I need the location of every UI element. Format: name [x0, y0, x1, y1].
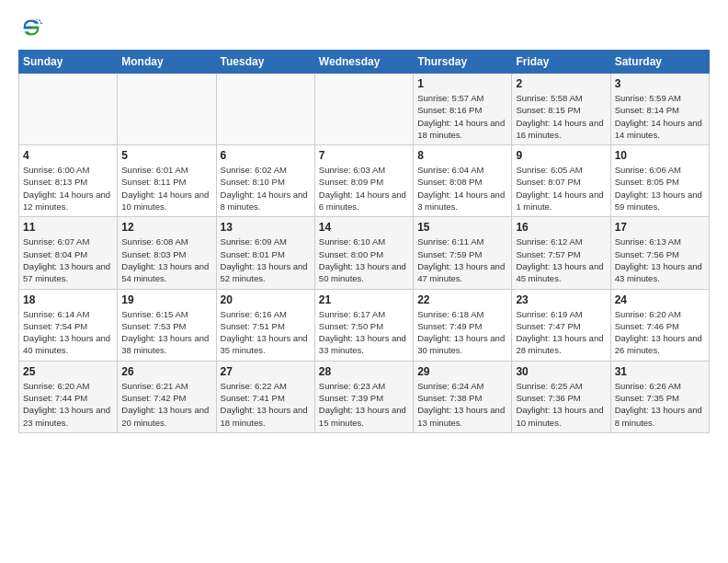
- day-cell: 6Sunrise: 6:02 AM Sunset: 8:10 PM Daylig…: [216, 145, 314, 217]
- day-cell: [314, 74, 413, 145]
- day-number: 6: [221, 149, 311, 162]
- day-number: 3: [615, 77, 705, 90]
- day-cell: 22Sunrise: 6:18 AM Sunset: 7:49 PM Dayli…: [414, 289, 512, 361]
- col-header-saturday: Saturday: [610, 51, 709, 74]
- day-number: 5: [121, 149, 211, 162]
- col-header-wednesday: Wednesday: [314, 51, 413, 74]
- day-info: Sunrise: 6:18 AM Sunset: 7:49 PM Dayligh…: [417, 308, 507, 357]
- day-info: Sunrise: 6:08 AM Sunset: 8:03 PM Dayligh…: [121, 236, 211, 284]
- day-info: Sunrise: 6:07 AM Sunset: 8:04 PM Dayligh…: [23, 236, 113, 284]
- day-number: 16: [516, 221, 606, 234]
- day-cell: 5Sunrise: 6:01 AM Sunset: 8:11 PM Daylig…: [118, 145, 216, 217]
- week-row-2: 4Sunrise: 6:00 AM Sunset: 8:13 PM Daylig…: [19, 145, 710, 217]
- day-info: Sunrise: 6:09 AM Sunset: 8:01 PM Dayligh…: [221, 236, 311, 284]
- day-cell: 10Sunrise: 6:06 AM Sunset: 8:05 PM Dayli…: [610, 145, 709, 217]
- day-cell: 19Sunrise: 6:15 AM Sunset: 7:53 PM Dayli…: [118, 289, 216, 361]
- day-cell: 13Sunrise: 6:09 AM Sunset: 8:01 PM Dayli…: [216, 217, 314, 289]
- logo-icon: [18, 15, 44, 40]
- col-header-tuesday: Tuesday: [216, 51, 314, 74]
- day-info: Sunrise: 6:14 AM Sunset: 7:54 PM Dayligh…: [23, 308, 113, 357]
- day-number: 10: [615, 149, 705, 162]
- day-cell: 7Sunrise: 6:03 AM Sunset: 8:09 PM Daylig…: [314, 145, 413, 217]
- col-header-thursday: Thursday: [414, 51, 512, 74]
- day-cell: 18Sunrise: 6:14 AM Sunset: 7:54 PM Dayli…: [19, 289, 118, 361]
- day-number: 27: [221, 365, 311, 378]
- day-number: 14: [319, 221, 409, 234]
- day-cell: 17Sunrise: 6:13 AM Sunset: 7:56 PM Dayli…: [610, 217, 709, 289]
- day-info: Sunrise: 6:21 AM Sunset: 7:42 PM Dayligh…: [121, 380, 211, 429]
- day-cell: 26Sunrise: 6:21 AM Sunset: 7:42 PM Dayli…: [118, 361, 216, 432]
- calendar-table: SundayMondayTuesdayWednesdayThursdayFrid…: [18, 50, 710, 433]
- day-info: Sunrise: 6:11 AM Sunset: 7:59 PM Dayligh…: [417, 236, 507, 284]
- day-info: Sunrise: 6:02 AM Sunset: 8:10 PM Dayligh…: [221, 164, 311, 213]
- day-number: 12: [121, 221, 211, 234]
- header-row: SundayMondayTuesdayWednesdayThursdayFrid…: [19, 51, 710, 74]
- day-info: Sunrise: 6:00 AM Sunset: 8:13 PM Dayligh…: [23, 164, 113, 213]
- day-cell: 23Sunrise: 6:19 AM Sunset: 7:47 PM Dayli…: [512, 289, 610, 361]
- day-info: Sunrise: 6:20 AM Sunset: 7:46 PM Dayligh…: [615, 308, 705, 357]
- day-cell: 21Sunrise: 6:17 AM Sunset: 7:50 PM Dayli…: [314, 289, 413, 361]
- week-row-1: 1Sunrise: 5:57 AM Sunset: 8:16 PM Daylig…: [19, 74, 710, 145]
- day-cell: 31Sunrise: 6:26 AM Sunset: 7:35 PM Dayli…: [610, 361, 709, 432]
- day-number: 28: [319, 365, 409, 378]
- day-number: 26: [121, 365, 211, 378]
- day-info: Sunrise: 6:06 AM Sunset: 8:05 PM Dayligh…: [615, 164, 705, 213]
- day-cell: 1Sunrise: 5:57 AM Sunset: 8:16 PM Daylig…: [414, 74, 512, 145]
- day-info: Sunrise: 5:57 AM Sunset: 8:16 PM Dayligh…: [417, 92, 507, 141]
- day-info: Sunrise: 6:01 AM Sunset: 8:11 PM Dayligh…: [121, 164, 211, 213]
- logo: [18, 15, 48, 40]
- day-cell: [118, 74, 216, 145]
- day-cell: 20Sunrise: 6:16 AM Sunset: 7:51 PM Dayli…: [216, 289, 314, 361]
- day-cell: 2Sunrise: 5:58 AM Sunset: 8:15 PM Daylig…: [512, 74, 610, 145]
- day-cell: 28Sunrise: 6:23 AM Sunset: 7:39 PM Dayli…: [314, 361, 413, 432]
- day-number: 17: [615, 221, 705, 234]
- day-number: 2: [516, 77, 606, 90]
- col-header-monday: Monday: [118, 51, 216, 74]
- day-number: 31: [615, 365, 705, 378]
- day-cell: 29Sunrise: 6:24 AM Sunset: 7:38 PM Dayli…: [414, 361, 512, 432]
- day-number: 11: [23, 221, 113, 234]
- day-cell: 27Sunrise: 6:22 AM Sunset: 7:41 PM Dayli…: [216, 361, 314, 432]
- day-number: 25: [23, 365, 113, 378]
- day-cell: 11Sunrise: 6:07 AM Sunset: 8:04 PM Dayli…: [19, 217, 118, 289]
- day-number: 23: [516, 293, 606, 306]
- day-info: Sunrise: 5:59 AM Sunset: 8:14 PM Dayligh…: [615, 92, 705, 141]
- day-number: 24: [615, 293, 705, 306]
- day-info: Sunrise: 6:03 AM Sunset: 8:09 PM Dayligh…: [319, 164, 409, 213]
- day-number: 15: [417, 221, 507, 234]
- day-number: 18: [23, 293, 113, 306]
- col-header-friday: Friday: [512, 51, 610, 74]
- day-cell: 9Sunrise: 6:05 AM Sunset: 8:07 PM Daylig…: [512, 145, 610, 217]
- day-number: 20: [221, 293, 311, 306]
- day-info: Sunrise: 6:05 AM Sunset: 8:07 PM Dayligh…: [516, 164, 606, 213]
- day-cell: 12Sunrise: 6:08 AM Sunset: 8:03 PM Dayli…: [118, 217, 216, 289]
- day-info: Sunrise: 6:13 AM Sunset: 7:56 PM Dayligh…: [615, 236, 705, 284]
- day-info: Sunrise: 6:23 AM Sunset: 7:39 PM Dayligh…: [319, 380, 409, 429]
- day-info: Sunrise: 6:12 AM Sunset: 7:57 PM Dayligh…: [516, 236, 606, 284]
- day-cell: 25Sunrise: 6:20 AM Sunset: 7:44 PM Dayli…: [19, 361, 118, 432]
- day-info: Sunrise: 6:04 AM Sunset: 8:08 PM Dayligh…: [417, 164, 507, 213]
- day-info: Sunrise: 6:19 AM Sunset: 7:47 PM Dayligh…: [516, 308, 606, 357]
- day-info: Sunrise: 6:10 AM Sunset: 8:00 PM Dayligh…: [319, 236, 409, 284]
- day-number: 19: [121, 293, 211, 306]
- day-info: Sunrise: 5:58 AM Sunset: 8:15 PM Dayligh…: [516, 92, 606, 141]
- day-number: 1: [417, 77, 507, 90]
- page: SundayMondayTuesdayWednesdayThursdayFrid…: [0, 0, 728, 442]
- week-row-5: 25Sunrise: 6:20 AM Sunset: 7:44 PM Dayli…: [19, 361, 710, 432]
- day-info: Sunrise: 6:16 AM Sunset: 7:51 PM Dayligh…: [221, 308, 311, 357]
- day-number: 4: [23, 149, 113, 162]
- day-number: 8: [417, 149, 507, 162]
- day-number: 9: [516, 149, 606, 162]
- week-row-4: 18Sunrise: 6:14 AM Sunset: 7:54 PM Dayli…: [19, 289, 710, 361]
- day-cell: 15Sunrise: 6:11 AM Sunset: 7:59 PM Dayli…: [414, 217, 512, 289]
- day-info: Sunrise: 6:22 AM Sunset: 7:41 PM Dayligh…: [221, 380, 311, 429]
- week-row-3: 11Sunrise: 6:07 AM Sunset: 8:04 PM Dayli…: [19, 217, 710, 289]
- day-cell: 3Sunrise: 5:59 AM Sunset: 8:14 PM Daylig…: [610, 74, 709, 145]
- header: [18, 15, 710, 40]
- day-number: 30: [516, 365, 606, 378]
- day-number: 22: [417, 293, 507, 306]
- day-cell: [216, 74, 314, 145]
- day-info: Sunrise: 6:25 AM Sunset: 7:36 PM Dayligh…: [516, 380, 606, 429]
- day-info: Sunrise: 6:24 AM Sunset: 7:38 PM Dayligh…: [417, 380, 507, 429]
- day-cell: 4Sunrise: 6:00 AM Sunset: 8:13 PM Daylig…: [19, 145, 118, 217]
